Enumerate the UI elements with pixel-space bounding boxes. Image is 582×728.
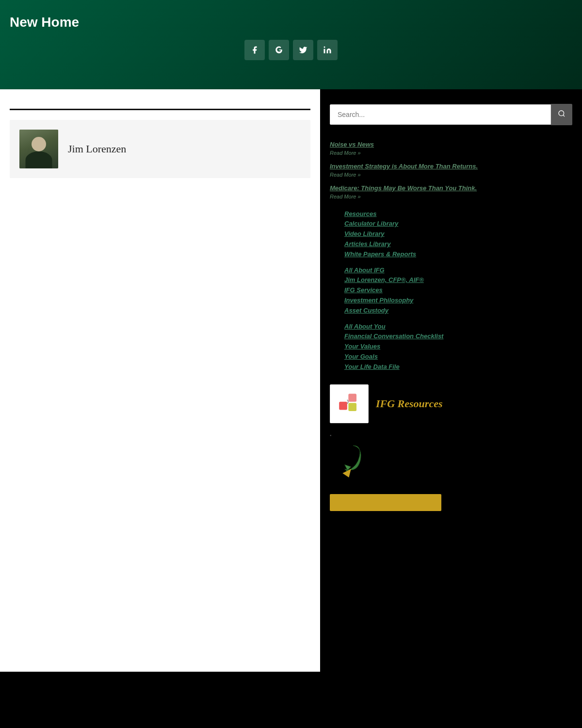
linkedin-icon[interactable] — [317, 40, 338, 60]
nav-link-calculator[interactable]: Calculator Library — [344, 219, 572, 229]
content-area: Jim Lorenzen — [0, 89, 320, 672]
gold-bar — [330, 494, 441, 511]
nav-link-all-about-ifg[interactable]: All About IFG — [344, 265, 572, 276]
sidebar: Noise vs News Read More » Investment Str… — [320, 89, 582, 672]
arrow-icon — [330, 441, 364, 484]
social-icons-bar — [10, 40, 572, 60]
author-name: Jim Lorenzen — [68, 143, 126, 155]
nav-link-financial-checklist[interactable]: Financial Conversation Checklist — [344, 331, 572, 342]
recent-posts: Noise vs News Read More » Investment Str… — [330, 140, 572, 199]
nav-link-ifg-services[interactable]: IFG Services — [344, 285, 572, 296]
recent-post-title-3[interactable]: Medicare: Things May Be Worse Than You T… — [330, 184, 477, 192]
nav-link-articles[interactable]: Articles Library — [344, 239, 572, 249]
ifg-resources-title[interactable]: IFG Resources — [376, 397, 443, 410]
nav-link-video[interactable]: Video Library — [344, 229, 572, 239]
twitter-icon[interactable] — [293, 40, 313, 60]
sidebar-bottom — [330, 494, 572, 511]
nav-link-resources[interactable]: Resources — [344, 209, 572, 219]
svg-rect-4 — [348, 394, 356, 402]
nav-section-about-ifg: All About IFG Jim Lorenzen, CFP®, AIF® I… — [344, 265, 572, 316]
nav-link-all-about-you[interactable]: All About You — [344, 322, 572, 332]
separator-dot: • — [330, 433, 572, 438]
read-more-1[interactable]: Read More » — [330, 150, 572, 156]
nav-link-jim-lorenzen[interactable]: Jim Lorenzen, CFP®, AIF® — [344, 275, 572, 285]
arrow-icon-container — [330, 441, 369, 484]
nav-resources: Resources Calculator Library Video Libra… — [344, 209, 572, 372]
nav-link-your-values[interactable]: Your Values — [344, 342, 572, 352]
nav-link-asset-custody[interactable]: Asset Custody — [344, 306, 572, 316]
read-more-2[interactable]: Read More » — [330, 172, 572, 178]
google-plus-icon[interactable] — [269, 40, 289, 60]
svg-rect-5 — [348, 403, 356, 411]
search-box — [330, 104, 572, 125]
recent-post-3: Medicare: Things May Be Worse Than You T… — [330, 183, 572, 199]
svg-point-2 — [559, 111, 564, 116]
recent-post-title-2[interactable]: Investment Strategy is About More Than R… — [330, 163, 478, 170]
content-inner: Jim Lorenzen — [10, 109, 310, 178]
svg-rect-0 — [324, 49, 325, 53]
read-more-3[interactable]: Read More » — [330, 194, 572, 199]
recent-post-1: Noise vs News Read More » — [330, 140, 572, 156]
search-button[interactable] — [551, 104, 572, 125]
author-card: Jim Lorenzen — [10, 120, 310, 178]
avatar — [19, 130, 58, 168]
nav-link-your-goals[interactable]: Your Goals — [344, 352, 572, 362]
main-container: Jim Lorenzen Noise vs News Read More » I… — [0, 89, 582, 672]
nav-link-investment-philosophy[interactable]: Investment Philosophy — [344, 296, 572, 306]
page-header: New Home — [0, 0, 582, 89]
recent-post-title-1[interactable]: Noise vs News — [330, 141, 374, 148]
nav-section-about-you: All About You Financial Conversation Che… — [344, 322, 572, 372]
nav-link-life-data[interactable]: Your Life Data File — [344, 362, 572, 372]
ifg-resources-widget: IFG Resources — [330, 384, 572, 423]
svg-rect-3 — [339, 401, 347, 410]
avatar-image — [19, 130, 58, 168]
nav-link-whitepapers[interactable]: White Papers & Reports — [344, 249, 572, 260]
nav-section-resources: Resources Calculator Library Video Libra… — [344, 209, 572, 260]
recent-post-2: Investment Strategy is About More Than R… — [330, 162, 572, 178]
facebook-icon[interactable] — [244, 40, 265, 60]
ifg-resources-thumbnail — [330, 384, 369, 423]
page-title: New Home — [10, 15, 572, 30]
search-input[interactable] — [330, 104, 551, 125]
svg-point-1 — [324, 47, 325, 48]
